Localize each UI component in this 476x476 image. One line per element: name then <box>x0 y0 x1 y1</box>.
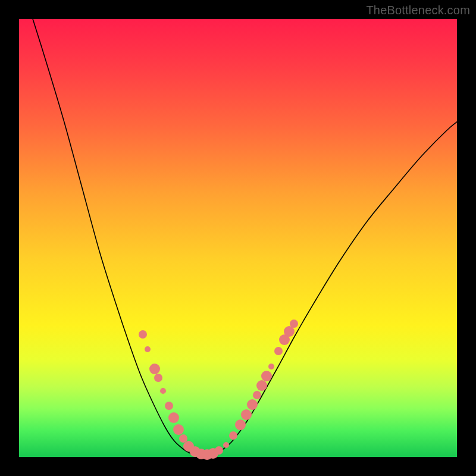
data-dot <box>160 388 166 394</box>
data-dot <box>223 442 229 448</box>
data-dots <box>139 320 298 460</box>
data-dot <box>253 391 261 399</box>
data-dot <box>256 380 267 391</box>
data-dot <box>215 446 223 455</box>
data-dot <box>268 364 274 369</box>
data-dot <box>229 431 237 440</box>
data-dot <box>145 346 151 352</box>
data-dot <box>165 402 173 410</box>
data-dot <box>274 347 283 355</box>
data-dot <box>241 409 252 420</box>
data-dot <box>179 434 187 443</box>
chart-svg <box>19 19 457 457</box>
data-dot <box>139 330 147 339</box>
data-dot <box>235 419 246 430</box>
data-dot <box>247 399 258 410</box>
data-dot <box>173 424 184 435</box>
data-dot <box>149 364 160 374</box>
chart-plot-area <box>19 19 457 457</box>
bottleneck-curve <box>31 13 461 456</box>
data-dot <box>168 412 179 423</box>
data-dot <box>154 374 162 382</box>
chart-frame: TheBottleneck.com <box>0 0 476 476</box>
data-dot <box>261 371 272 381</box>
data-dot <box>290 320 298 328</box>
watermark-text: TheBottleneck.com <box>366 4 470 17</box>
